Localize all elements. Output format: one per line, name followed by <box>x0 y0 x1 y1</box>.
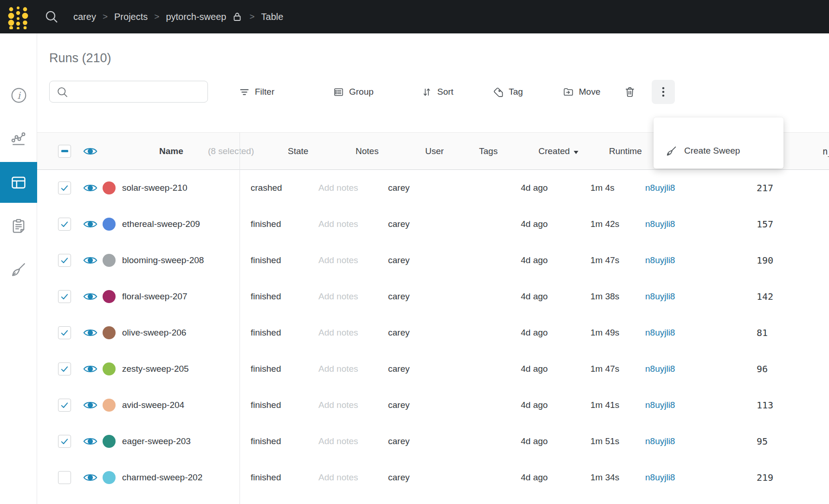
create-sweep-label: Create Sweep <box>684 146 740 156</box>
run-name-link[interactable]: eager-sweep-203 <box>122 436 191 446</box>
sweep-link[interactable]: n8uyjli8 <box>645 400 675 410</box>
group-button[interactable]: Group <box>333 80 374 103</box>
eye-icon[interactable] <box>83 364 97 374</box>
sweep-link[interactable]: n8uyjli8 <box>645 436 675 446</box>
run-created: 4d ago <box>521 400 548 410</box>
run-color-dot <box>103 362 116 375</box>
add-notes-placeholder[interactable]: Add notes <box>318 436 358 446</box>
breadcrumb: carey > Projects > pytorch-sweep > Table <box>73 0 283 33</box>
run-name-link[interactable]: blooming-sweep-208 <box>122 255 204 265</box>
column-header-name[interactable]: Name <box>159 146 183 156</box>
filter-label: Filter <box>255 87 274 97</box>
move-icon <box>563 86 574 97</box>
add-notes-placeholder[interactable]: Add notes <box>318 255 358 265</box>
sidebar-item-sweeps[interactable] <box>0 249 37 290</box>
column-header-tags[interactable]: Tags <box>479 146 498 156</box>
eye-icon[interactable] <box>83 256 97 265</box>
run-color-dot <box>103 218 116 231</box>
row-checkbox[interactable] <box>58 326 71 339</box>
select-all-checkbox[interactable] <box>58 145 71 158</box>
column-header-size-partial[interactable]: n_size <box>823 146 829 156</box>
run-size-value: 113 <box>757 400 773 411</box>
svg-text:i: i <box>17 90 21 101</box>
row-checkbox[interactable] <box>58 399 71 412</box>
run-runtime: 1m 38s <box>590 291 619 302</box>
add-notes-placeholder[interactable]: Add notes <box>318 364 358 374</box>
add-notes-placeholder[interactable]: Add notes <box>318 291 358 302</box>
row-checkbox[interactable] <box>58 435 71 448</box>
row-checkbox[interactable] <box>58 362 71 375</box>
run-color-dot <box>103 181 116 194</box>
run-user: carey <box>388 291 409 302</box>
run-size-value: 219 <box>757 472 773 483</box>
column-header-notes[interactable]: Notes <box>356 146 379 156</box>
sidebar-item-charts[interactable] <box>0 118 37 159</box>
trash-icon <box>624 86 636 98</box>
column-header-state[interactable]: State <box>288 146 308 156</box>
sidebar-item-notes[interactable] <box>0 206 37 246</box>
runs-table-icon <box>10 174 27 191</box>
move-label: Move <box>579 87 600 97</box>
eye-icon[interactable] <box>83 401 97 410</box>
add-notes-placeholder[interactable]: Add notes <box>318 472 358 483</box>
run-name-link[interactable]: olive-sweep-206 <box>122 328 186 338</box>
wandb-logo[interactable] <box>7 4 30 29</box>
eye-icon[interactable] <box>83 473 97 483</box>
column-header-user[interactable]: User <box>425 146 444 156</box>
delete-button[interactable] <box>624 80 636 103</box>
move-button[interactable]: Move <box>563 80 600 103</box>
tag-button[interactable]: Tag <box>493 80 523 103</box>
sort-button[interactable]: Sort <box>421 80 453 103</box>
add-notes-placeholder[interactable]: Add notes <box>318 219 358 229</box>
sweep-link[interactable]: n8uyjli8 <box>645 364 675 374</box>
run-user: carey <box>388 328 409 338</box>
add-notes-placeholder[interactable]: Add notes <box>318 183 358 193</box>
row-checkbox[interactable] <box>58 254 71 267</box>
eye-icon[interactable] <box>83 328 97 338</box>
eye-icon[interactable] <box>83 437 97 446</box>
add-notes-placeholder[interactable]: Add notes <box>318 328 358 338</box>
breadcrumb-project[interactable]: pytorch-sweep <box>166 12 226 22</box>
table-row: solar-sweep-210 crashed Add notes carey … <box>37 170 829 206</box>
breadcrumb-projects[interactable]: Projects <box>114 12 148 22</box>
run-name-link[interactable]: ethereal-sweep-209 <box>122 219 200 229</box>
sweep-link[interactable]: n8uyjli8 <box>645 183 675 193</box>
column-header-created[interactable]: Created <box>538 146 578 156</box>
column-header-runtime[interactable]: Runtime <box>609 146 642 156</box>
breadcrumb-page[interactable]: Table <box>261 12 284 22</box>
visibility-all-icon[interactable] <box>83 146 97 156</box>
row-checkbox[interactable] <box>58 181 71 194</box>
sweep-link[interactable]: n8uyjli8 <box>645 291 675 302</box>
run-user: carey <box>388 219 409 229</box>
sidebar-item-runs-table[interactable] <box>0 162 37 203</box>
run-state: finished <box>251 472 281 483</box>
run-runtime: 1m 42s <box>590 219 619 229</box>
create-sweep-menu-item[interactable]: Create Sweep <box>654 138 784 163</box>
eye-icon[interactable] <box>83 292 97 302</box>
run-runtime: 1m 49s <box>590 328 619 338</box>
run-size-value: 190 <box>757 255 773 266</box>
sidebar-item-overview[interactable]: i <box>0 75 37 116</box>
run-name-link[interactable]: floral-sweep-207 <box>122 291 187 302</box>
search-icon[interactable] <box>44 9 59 24</box>
sweep-link[interactable]: n8uyjli8 <box>645 219 675 229</box>
sweep-link[interactable]: n8uyjli8 <box>645 472 675 483</box>
eye-icon[interactable] <box>83 220 97 229</box>
run-name-link[interactable]: charmed-sweep-202 <box>122 472 202 483</box>
sweep-link[interactable]: n8uyjli8 <box>645 328 675 338</box>
runs-search-input[interactable] <box>72 83 204 100</box>
row-checkbox[interactable] <box>58 471 71 484</box>
row-checkbox[interactable] <box>58 290 71 303</box>
eye-icon[interactable] <box>83 183 97 193</box>
add-notes-placeholder[interactable]: Add notes <box>318 400 358 410</box>
row-checkbox[interactable] <box>58 218 71 231</box>
run-name-link[interactable]: zesty-sweep-205 <box>122 364 189 374</box>
selected-count-note: (8 selected) <box>208 146 254 156</box>
run-name-link[interactable]: avid-sweep-204 <box>122 400 184 410</box>
filter-button[interactable]: Filter <box>239 80 274 103</box>
more-actions-button[interactable] <box>652 80 675 104</box>
run-state: finished <box>251 400 281 410</box>
breadcrumb-user[interactable]: carey <box>73 12 96 22</box>
run-name-link[interactable]: solar-sweep-210 <box>122 183 187 193</box>
sweep-link[interactable]: n8uyjli8 <box>645 255 675 265</box>
